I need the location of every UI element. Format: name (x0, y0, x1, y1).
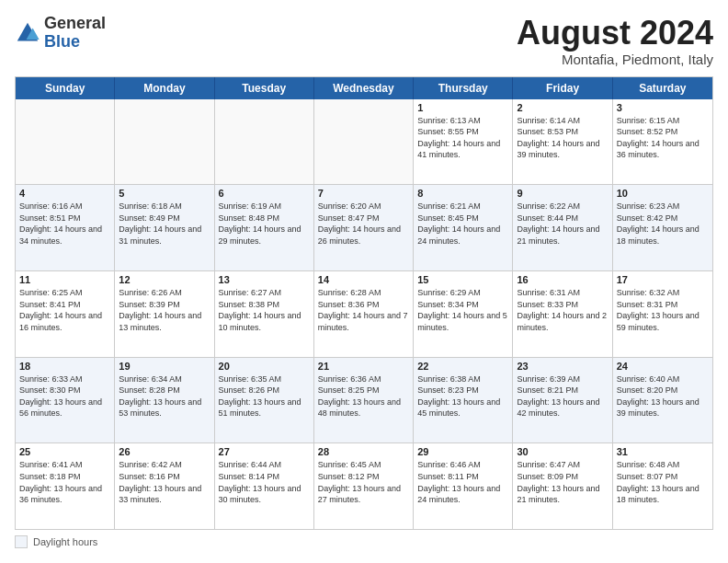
cal-cell: 14Sunrise: 6:28 AMSunset: 8:36 PMDayligh… (314, 271, 414, 357)
cal-cell: 24Sunrise: 6:40 AMSunset: 8:20 PMDayligh… (613, 358, 712, 443)
day-info: Sunrise: 6:32 AMSunset: 8:31 PMDaylight:… (617, 287, 709, 333)
week-row-4: 18Sunrise: 6:33 AMSunset: 8:30 PMDayligh… (16, 358, 712, 444)
page: General Blue August 2024 Montafia, Piedm… (0, 0, 728, 563)
day-number: 26 (119, 446, 210, 457)
day-info: Sunrise: 6:23 AMSunset: 8:42 PMDaylight:… (617, 201, 709, 247)
cal-cell: 6Sunrise: 6:19 AMSunset: 8:48 PMDaylight… (215, 185, 314, 270)
cal-cell: 1Sunrise: 6:13 AMSunset: 8:55 PMDaylight… (414, 99, 513, 185)
title-block: August 2024 Montafia, Piedmont, Italy (517, 15, 713, 67)
day-number: 19 (119, 361, 210, 372)
week-row-5: 25Sunrise: 6:41 AMSunset: 8:18 PMDayligh… (16, 443, 712, 529)
day-info: Sunrise: 6:25 AMSunset: 8:41 PMDaylight:… (19, 287, 110, 333)
logo-text: General Blue (44, 15, 106, 52)
cal-cell: 9Sunrise: 6:22 AMSunset: 8:44 PMDaylight… (513, 185, 612, 270)
cal-cell: 12Sunrise: 6:26 AMSunset: 8:39 PMDayligh… (115, 271, 214, 357)
day-number: 7 (318, 188, 409, 199)
day-info: Sunrise: 6:44 AMSunset: 8:14 PMDaylight:… (219, 459, 310, 505)
subtitle: Montafia, Piedmont, Italy (517, 52, 713, 67)
cal-cell: 22Sunrise: 6:38 AMSunset: 8:23 PMDayligh… (414, 358, 513, 443)
footer: Daylight hours (15, 535, 713, 548)
day-info: Sunrise: 6:36 AMSunset: 8:25 PMDaylight:… (318, 373, 409, 419)
cal-cell: 2Sunrise: 6:14 AMSunset: 8:53 PMDaylight… (513, 99, 612, 185)
day-number: 24 (617, 361, 709, 372)
day-number: 14 (318, 274, 409, 285)
day-info: Sunrise: 6:47 AMSunset: 8:09 PMDaylight:… (517, 459, 608, 505)
cal-cell (16, 99, 115, 185)
day-info: Sunrise: 6:29 AMSunset: 8:34 PMDaylight:… (417, 287, 508, 333)
day-info: Sunrise: 6:33 AMSunset: 8:30 PMDaylight:… (19, 373, 110, 419)
day-number: 25 (19, 446, 110, 457)
day-info: Sunrise: 6:21 AMSunset: 8:45 PMDaylight:… (417, 201, 508, 247)
cal-cell: 28Sunrise: 6:45 AMSunset: 8:12 PMDayligh… (314, 443, 414, 529)
day-info: Sunrise: 6:27 AMSunset: 8:38 PMDaylight:… (219, 287, 310, 333)
day-number: 2 (517, 102, 608, 113)
header-day-sunday: Sunday (16, 77, 115, 99)
day-info: Sunrise: 6:39 AMSunset: 8:21 PMDaylight:… (517, 373, 608, 419)
day-info: Sunrise: 6:46 AMSunset: 8:11 PMDaylight:… (417, 459, 508, 505)
day-info: Sunrise: 6:42 AMSunset: 8:16 PMDaylight:… (119, 459, 210, 505)
cal-cell: 10Sunrise: 6:23 AMSunset: 8:42 PMDayligh… (613, 185, 712, 270)
day-info: Sunrise: 6:20 AMSunset: 8:47 PMDaylight:… (318, 201, 409, 247)
day-number: 5 (119, 188, 210, 199)
day-info: Sunrise: 6:38 AMSunset: 8:23 PMDaylight:… (417, 373, 508, 419)
day-info: Sunrise: 6:28 AMSunset: 8:36 PMDaylight:… (318, 287, 409, 333)
day-number: 6 (219, 188, 310, 199)
cal-cell: 30Sunrise: 6:47 AMSunset: 8:09 PMDayligh… (513, 443, 612, 529)
logo-blue: Blue (44, 32, 80, 51)
logo-icon (15, 20, 40, 46)
logo: General Blue (15, 15, 106, 52)
day-number: 1 (417, 102, 508, 113)
day-number: 3 (617, 102, 709, 113)
cal-cell: 5Sunrise: 6:18 AMSunset: 8:49 PMDaylight… (115, 185, 214, 270)
day-number: 31 (617, 446, 709, 457)
day-number: 28 (318, 446, 409, 457)
day-number: 22 (417, 361, 508, 372)
header-day-monday: Monday (115, 77, 214, 99)
cal-cell: 8Sunrise: 6:21 AMSunset: 8:45 PMDaylight… (414, 185, 513, 270)
header: General Blue August 2024 Montafia, Piedm… (15, 15, 713, 67)
day-info: Sunrise: 6:34 AMSunset: 8:28 PMDaylight:… (119, 373, 210, 419)
cal-cell: 16Sunrise: 6:31 AMSunset: 8:33 PMDayligh… (513, 271, 612, 357)
day-number: 8 (417, 188, 508, 199)
day-info: Sunrise: 6:14 AMSunset: 8:53 PMDaylight:… (517, 115, 608, 161)
daylight-box (15, 535, 28, 548)
day-number: 9 (517, 188, 608, 199)
cal-cell: 3Sunrise: 6:15 AMSunset: 8:52 PMDaylight… (613, 99, 712, 185)
cal-cell: 31Sunrise: 6:48 AMSunset: 8:07 PMDayligh… (613, 443, 712, 529)
cal-cell: 18Sunrise: 6:33 AMSunset: 8:30 PMDayligh… (16, 358, 115, 443)
day-info: Sunrise: 6:22 AMSunset: 8:44 PMDaylight:… (517, 201, 608, 247)
footer-label: Daylight hours (33, 536, 97, 547)
cal-cell: 29Sunrise: 6:46 AMSunset: 8:11 PMDayligh… (414, 443, 513, 529)
cal-cell (215, 99, 314, 185)
cal-cell: 25Sunrise: 6:41 AMSunset: 8:18 PMDayligh… (16, 443, 115, 529)
calendar-body: 1Sunrise: 6:13 AMSunset: 8:55 PMDaylight… (16, 99, 712, 529)
day-number: 11 (19, 274, 110, 285)
week-row-1: 1Sunrise: 6:13 AMSunset: 8:55 PMDaylight… (16, 99, 712, 186)
header-day-thursday: Thursday (414, 77, 513, 99)
logo-general: General (44, 14, 106, 32)
day-info: Sunrise: 6:31 AMSunset: 8:33 PMDaylight:… (517, 287, 608, 333)
day-number: 20 (219, 361, 310, 372)
cal-cell: 4Sunrise: 6:16 AMSunset: 8:51 PMDaylight… (16, 185, 115, 270)
day-info: Sunrise: 6:41 AMSunset: 8:18 PMDaylight:… (19, 459, 110, 505)
day-info: Sunrise: 6:15 AMSunset: 8:52 PMDaylight:… (617, 115, 709, 161)
day-info: Sunrise: 6:18 AMSunset: 8:49 PMDaylight:… (119, 201, 210, 247)
calendar-header: SundayMondayTuesdayWednesdayThursdayFrid… (16, 77, 712, 99)
cal-cell: 7Sunrise: 6:20 AMSunset: 8:47 PMDaylight… (314, 185, 414, 270)
day-info: Sunrise: 6:40 AMSunset: 8:20 PMDaylight:… (617, 373, 709, 419)
cal-cell: 13Sunrise: 6:27 AMSunset: 8:38 PMDayligh… (215, 271, 314, 357)
cal-cell (314, 99, 414, 185)
cal-cell: 19Sunrise: 6:34 AMSunset: 8:28 PMDayligh… (115, 358, 214, 443)
day-number: 29 (417, 446, 508, 457)
day-number: 10 (617, 188, 709, 199)
week-row-2: 4Sunrise: 6:16 AMSunset: 8:51 PMDaylight… (16, 185, 712, 271)
header-day-wednesday: Wednesday (314, 77, 414, 99)
day-number: 16 (517, 274, 608, 285)
day-number: 30 (517, 446, 608, 457)
day-info: Sunrise: 6:13 AMSunset: 8:55 PMDaylight:… (417, 115, 508, 161)
day-number: 27 (219, 446, 310, 457)
day-number: 17 (617, 274, 709, 285)
cal-cell: 15Sunrise: 6:29 AMSunset: 8:34 PMDayligh… (414, 271, 513, 357)
cal-cell: 20Sunrise: 6:35 AMSunset: 8:26 PMDayligh… (215, 358, 314, 443)
calendar: SundayMondayTuesdayWednesdayThursdayFrid… (15, 76, 713, 530)
